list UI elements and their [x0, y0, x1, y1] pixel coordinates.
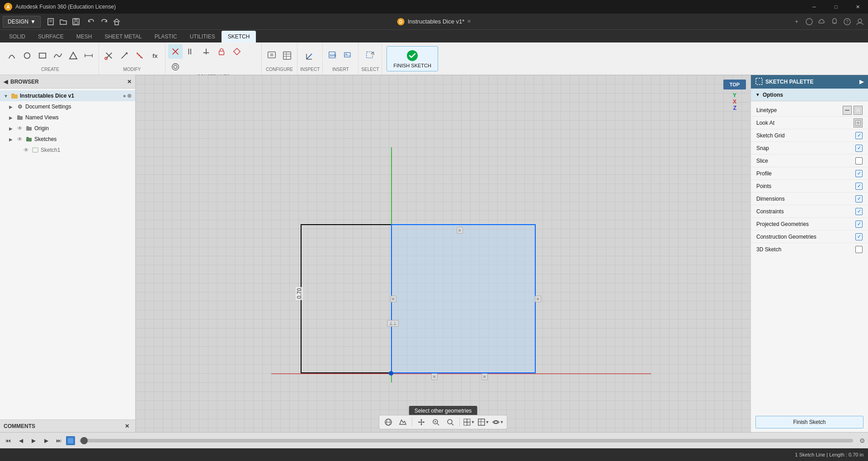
points-checkbox[interactable]	[855, 183, 863, 190]
fx-tool[interactable]: fx	[148, 48, 162, 63]
svg-text:?: ?	[846, 19, 849, 24]
close-button[interactable]: ✕	[847, 0, 868, 14]
tab-sketch[interactable]: SKETCH	[222, 31, 256, 42]
spline-tool[interactable]	[51, 48, 65, 63]
help-icon[interactable]: ?	[842, 16, 853, 27]
tab-mesh[interactable]: MESH	[70, 31, 99, 42]
configure-table-btn[interactable]	[280, 48, 294, 63]
snap-checkbox[interactable]	[855, 145, 863, 152]
palette-row-linetype: Linetype	[751, 104, 868, 117]
create-group: CREATE	[2, 42, 99, 75]
configure-btn[interactable]	[264, 48, 279, 63]
timeline-play-btn[interactable]: ▶	[28, 435, 39, 446]
timeline-track[interactable]	[80, 439, 853, 442]
constraints-checkbox[interactable]	[855, 208, 863, 215]
tab-solid[interactable]: SOLID	[3, 31, 32, 42]
browser-item-origin[interactable]: ▶ 👁 Origin	[0, 123, 135, 134]
timeline-first-btn[interactable]: ⏮	[3, 435, 14, 446]
browser-settings-icon[interactable]: ✕	[127, 79, 132, 85]
inspect-btn[interactable]	[302, 48, 318, 63]
open-button[interactable]	[57, 15, 70, 28]
redo-button[interactable]	[98, 15, 110, 28]
finish-sketch-palette-btn[interactable]: Finish Sketch	[755, 416, 863, 428]
tab-utilities[interactable]: UTILITIES	[184, 31, 222, 42]
lock-constraint[interactable]	[214, 44, 229, 59]
cut-tool[interactable]	[132, 48, 147, 63]
canvas-zoom-icon[interactable]	[429, 416, 442, 428]
projected-geo-control	[855, 221, 863, 228]
timeline-last-btn[interactable]: ⏭	[53, 435, 64, 446]
look-at-btn[interactable]	[854, 118, 863, 127]
canvas-grid-icon[interactable]: ▼	[477, 416, 490, 428]
tab-surface[interactable]: SURFACE	[32, 31, 70, 42]
sketch-blue-rectangle[interactable]	[391, 224, 536, 373]
canvas-world-icon[interactable]	[382, 416, 395, 428]
comments-expand-btn[interactable]: ✕	[123, 422, 132, 431]
maximize-button[interactable]: □	[826, 0, 846, 14]
design-dropdown[interactable]: DESIGN ▼	[3, 16, 41, 28]
palette-options-header[interactable]: ▼ Options	[751, 89, 868, 101]
tab-plastic[interactable]: PLASTIC	[148, 31, 184, 42]
timeline-thumb[interactable]	[80, 437, 88, 444]
projected-geo-checkbox[interactable]	[855, 221, 863, 228]
construction-geo-checkbox[interactable]	[855, 233, 863, 240]
linetype-solid-icon[interactable]	[843, 106, 852, 115]
3d-sketch-checkbox[interactable]	[855, 246, 863, 253]
trim-tool[interactable]	[102, 48, 116, 63]
select-btn[interactable]	[363, 48, 377, 63]
browser-root-item[interactable]: ▼ Instructables Dice v1 ● ⊕	[0, 90, 135, 101]
browser-item-sketches[interactable]: ▶ 👁 Sketches	[0, 134, 135, 145]
extend-tool[interactable]	[117, 48, 132, 63]
browser-collapse-icon[interactable]: ◀	[4, 79, 8, 85]
equal-constraint[interactable]	[230, 44, 244, 59]
add-tab-button[interactable]: +	[791, 16, 802, 27]
canvas-zoom-fit-icon[interactable]	[444, 416, 457, 428]
perpendicular-constraint[interactable]	[199, 44, 213, 59]
ribbon-tabs: SOLID SURFACE MESH SHEET METAL PLASTIC U…	[0, 30, 868, 42]
circle-tool[interactable]	[20, 48, 34, 63]
timeline-settings-icon[interactable]: ⚙	[859, 437, 865, 444]
document-close-btn[interactable]: ✕	[467, 19, 471, 24]
coincident-constraint[interactable]	[168, 44, 183, 59]
save-button[interactable]	[70, 15, 82, 28]
canvas-pan-icon[interactable]	[415, 416, 428, 428]
sketch-grid-checkbox[interactable]	[855, 132, 863, 139]
svg-line-68	[437, 423, 439, 425]
linetype-dashed-icon[interactable]	[854, 106, 863, 115]
finish-sketch-ribbon-btn[interactable]: FINISH SKETCH	[387, 46, 438, 71]
profile-checkbox[interactable]	[855, 170, 863, 177]
slice-checkbox[interactable]	[855, 157, 863, 165]
user-avatar[interactable]	[854, 16, 865, 27]
browser-item-document-settings[interactable]: ▶ ⚙ Document Settings	[0, 101, 135, 112]
timeline-prev-btn[interactable]: ◀	[15, 435, 26, 446]
minimize-button[interactable]: ─	[804, 0, 825, 14]
browser-content: ▼ Instructables Dice v1 ● ⊕ ▶ ⚙ Document…	[0, 89, 135, 419]
home-button[interactable]	[110, 15, 123, 28]
timeline-marker-1[interactable]	[66, 436, 75, 445]
undo-button[interactable]	[85, 15, 98, 28]
insert-image-btn[interactable]	[341, 48, 355, 63]
notification-icon[interactable]	[829, 16, 840, 27]
named-views-folder-icon	[16, 114, 24, 121]
concentric-constraint[interactable]	[168, 60, 183, 74]
canvas-area[interactable]: 0.70 ≡ ≡ ≡ ⊥⊥ ≡ ≡ TOP Y X Z Select other…	[136, 75, 750, 432]
sketches-folder-icon	[25, 136, 33, 143]
insert-svg-btn[interactable]: SVG	[326, 48, 340, 63]
view-top-label[interactable]: TOP	[723, 80, 746, 89]
dimensions-checkbox[interactable]	[855, 195, 863, 202]
triangle-tool[interactable]	[66, 48, 80, 63]
rectangle-tool[interactable]	[35, 48, 50, 63]
arc-tool[interactable]	[5, 48, 19, 63]
palette-collapse-btn[interactable]: ▶	[859, 79, 863, 85]
canvas-view-icon[interactable]	[396, 416, 409, 428]
tab-sheet-metal[interactable]: SHEET METAL	[98, 31, 148, 42]
timeline-next-btn[interactable]: ▶	[41, 435, 52, 446]
dimension-tool[interactable]	[81, 48, 96, 63]
canvas-visibility-icon[interactable]: ▼	[491, 416, 504, 428]
browser-item-named-views[interactable]: ▶ Named Views	[0, 112, 135, 123]
browser-item-sketch1[interactable]: ▶ 👁 Sketch1	[0, 145, 135, 155]
new-button[interactable]	[44, 15, 57, 28]
canvas-display-mode[interactable]: ▼	[462, 416, 475, 428]
parallel-constraint[interactable]	[184, 44, 198, 59]
app-title: Autodesk Fusion 360 (Education License)	[15, 4, 116, 10]
